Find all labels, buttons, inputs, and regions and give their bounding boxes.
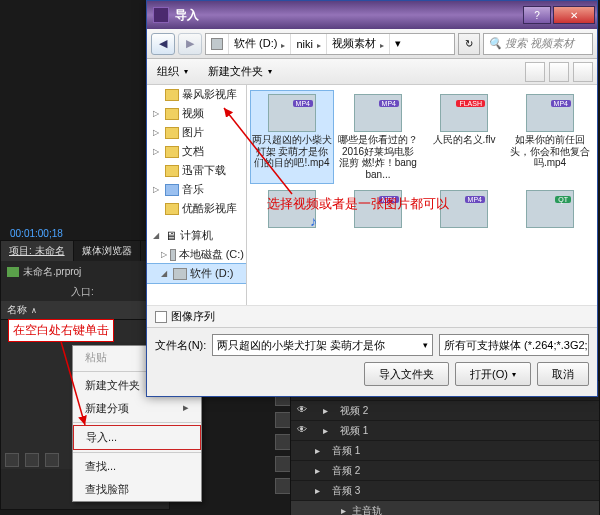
breadcrumb-seg[interactable]: 视频素材 — [332, 36, 376, 51]
track-label: 音频 2 — [326, 464, 599, 478]
close-button[interactable]: ✕ — [553, 6, 595, 24]
address-bar[interactable]: 软件 (D:) niki 视频素材 ▾ — [205, 33, 455, 55]
tree-label[interactable]: 图片 — [182, 125, 204, 140]
image-sequence-label: 图像序列 — [171, 309, 215, 324]
folder-icon — [165, 203, 179, 215]
track-label: 视频 1 — [334, 424, 599, 438]
ripple-tool-icon[interactable] — [275, 412, 291, 428]
drive-icon — [170, 249, 176, 261]
name-header-label: 名称 — [7, 303, 27, 317]
file-thumb: FLASH — [440, 94, 488, 132]
file-name: 两只超凶的小柴犬打架 卖萌才是你们的目的吧!.mp4 — [252, 134, 332, 169]
filename-value: 两只超凶的小柴犬打架 卖萌才是你 — [217, 338, 385, 353]
nav-forward-button[interactable]: ▶ — [178, 33, 202, 55]
breadcrumb-seg[interactable]: niki — [296, 38, 313, 50]
view-mode-icon[interactable] — [525, 62, 545, 82]
folder-icon — [165, 127, 179, 139]
filename-field[interactable]: 两只超凶的小柴犬打架 卖萌才是你 — [212, 334, 433, 356]
ctx-find[interactable]: 查找... — [73, 455, 201, 478]
drive-icon — [211, 38, 223, 50]
help-button[interactable]: ? — [523, 6, 551, 24]
pen-tool-icon[interactable] — [275, 456, 291, 472]
track-audio-2[interactable]: ▸音频 2 — [291, 461, 599, 481]
nav-back-button[interactable]: ◀ — [151, 33, 175, 55]
file-item[interactable]: QT — [509, 187, 591, 233]
file-item[interactable]: MP4两只超凶的小柴犬打架 卖萌才是你们的目的吧!.mp4 — [251, 91, 333, 183]
ctx-import[interactable]: 导入... — [73, 425, 201, 450]
annotation-select-media: 选择视频或者是一张图片都可以 — [267, 195, 449, 213]
file-filter-combo[interactable]: 所有可支持媒体 (*.264;*.3G2;* — [439, 334, 589, 356]
file-name: 如果你的前任回头，你会和他复合吗.mp4 — [510, 134, 590, 169]
file-item[interactable]: FLASH人民的名义.flv — [423, 91, 505, 183]
filename-label: 文件名(N): — [155, 338, 206, 353]
bin-search-icon[interactable] — [45, 453, 59, 467]
tree-drive[interactable]: 软件 (D:) — [190, 266, 233, 281]
project-file-row: 未命名.prproj — [1, 261, 169, 283]
file-thumb: MP4 — [268, 94, 316, 132]
folder-icon — [165, 165, 179, 177]
eye-icon[interactable]: 👁 — [297, 404, 311, 418]
file-name: 哪些是你看过的？2016好莱坞电影混剪 燃!炸！bang ban... — [338, 134, 418, 180]
search-placeholder: 搜索 视频素材 — [505, 36, 574, 51]
track-label: 音频 3 — [326, 484, 599, 498]
image-sequence-checkbox[interactable] — [155, 311, 167, 323]
name-column-header[interactable]: 名称 ∧ — [1, 301, 169, 319]
bin-list-view-icon[interactable] — [5, 453, 19, 467]
track-video-2[interactable]: 👁▸视频 2 — [291, 401, 599, 421]
search-input[interactable]: 🔍搜索 视频素材 — [483, 33, 593, 55]
folder-icon — [165, 89, 179, 101]
project-icon — [7, 267, 19, 277]
ctx-find-face[interactable]: 查找脸部 — [73, 478, 201, 501]
refresh-button[interactable]: ↻ — [458, 33, 480, 55]
preview-pane-icon[interactable] — [549, 62, 569, 82]
import-folder-button[interactable]: 导入文件夹 — [364, 362, 449, 386]
tab-project[interactable]: 项目: 未命名 — [1, 241, 74, 261]
music-icon — [165, 184, 179, 196]
track-label: 音频 1 — [326, 444, 599, 458]
file-thumb: QT — [526, 190, 574, 228]
dialog-title: 导入 — [175, 7, 523, 24]
track-label: 主音轨 — [352, 504, 382, 516]
track-audio-3[interactable]: ▸音频 3 — [291, 481, 599, 501]
help-icon[interactable] — [573, 62, 593, 82]
image-sequence-row: 图像序列 — [147, 305, 597, 327]
bin-icon-view-icon[interactable] — [25, 453, 39, 467]
track-master[interactable]: ▸主音轨 — [291, 501, 599, 515]
search-icon: 🔍 — [488, 37, 502, 50]
file-thumb: MP4 — [354, 94, 402, 132]
track-audio-1[interactable]: ▸音频 1 — [291, 441, 599, 461]
ctx-new-item[interactable]: 新建分项 — [73, 397, 201, 420]
tree-label[interactable]: 优酷影视库 — [182, 201, 237, 216]
folder-icon — [165, 146, 179, 158]
file-item[interactable]: MP4如果你的前任回头，你会和他复合吗.mp4 — [509, 91, 591, 183]
tree-label[interactable]: 迅雷下载 — [182, 163, 226, 178]
file-thumb: MP4 — [526, 94, 574, 132]
nav-tree[interactable]: 暴风影视库 ▷视频 ▷图片 ▷文档 迅雷下载 ▷音乐 优酷影视库 ◢🖥计算机 ▷… — [147, 85, 247, 305]
folder-icon — [165, 108, 179, 120]
tree-label[interactable]: 文档 — [182, 144, 204, 159]
tree-label[interactable]: 音乐 — [182, 182, 204, 197]
tree-drive[interactable]: 本地磁盘 (C:) — [179, 247, 244, 262]
open-button[interactable]: 打开(O)▾ — [455, 362, 531, 386]
tab-media-browser[interactable]: 媒体浏览器 — [74, 241, 141, 261]
drive-icon — [173, 268, 187, 280]
hand-tool-icon[interactable] — [275, 478, 291, 494]
tree-computer[interactable]: 计算机 — [180, 228, 213, 243]
file-item[interactable]: MP4哪些是你看过的？2016好莱坞电影混剪 燃!炸！bang ban... — [337, 91, 419, 183]
file-name: 人民的名义.flv — [433, 134, 496, 146]
track-video-1[interactable]: 👁▸视频 1 — [291, 421, 599, 441]
cancel-button[interactable]: 取消 — [537, 362, 589, 386]
project-file-label: 未命名.prproj — [23, 265, 81, 279]
razor-tool-icon[interactable] — [275, 434, 291, 450]
tree-label[interactable]: 暴风影视库 — [182, 87, 237, 102]
eye-icon[interactable]: 👁 — [297, 424, 311, 438]
organize-button[interactable]: 组织 — [147, 59, 198, 84]
new-folder-button[interactable]: 新建文件夹 — [198, 59, 282, 84]
address-dropdown-icon[interactable]: ▾ — [390, 37, 406, 50]
breadcrumb-seg[interactable]: 软件 (D:) — [234, 36, 277, 51]
annotation-right-click: 在空白处右键单击 — [8, 319, 114, 342]
dialog-toolbar: 组织 新建文件夹 — [147, 59, 597, 85]
dialog-navbar: ◀ ▶ 软件 (D:) niki 视频素材 ▾ ↻ 🔍搜索 视频素材 — [147, 29, 597, 59]
tree-label[interactable]: 视频 — [182, 106, 204, 121]
dialog-titlebar[interactable]: 导入 ? ✕ — [147, 1, 597, 29]
